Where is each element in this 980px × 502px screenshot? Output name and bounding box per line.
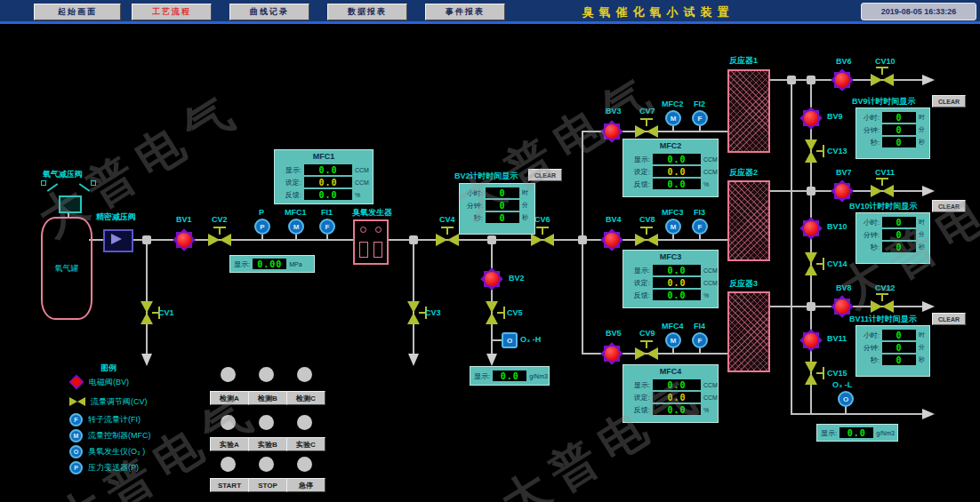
valve-cv5[interactable]	[486, 301, 498, 324]
nav-start-screen[interactable]: 起始画面	[34, 4, 121, 20]
ozone-dot	[375, 227, 382, 233]
row-unit: CCM	[703, 169, 718, 175]
detect-b-button[interactable]: 检测B	[248, 391, 287, 405]
valve-ball	[485, 272, 499, 286]
indicator-estop	[297, 457, 312, 472]
o2-tank-label: 氧气罐	[55, 263, 79, 275]
valve-cv9[interactable]	[635, 347, 658, 360]
valve-label-bv7: BV7	[836, 168, 852, 177]
setpoint-input[interactable]: 0.0	[653, 392, 701, 402]
valve-ball	[835, 73, 849, 87]
valve-bv2[interactable]	[480, 267, 503, 291]
row-unit: CCM	[703, 382, 718, 388]
setpoint-input[interactable]: 0.0	[304, 177, 352, 187]
mfc3-panel: MFC3 显示:0.0CCM 设定:0.0CCM 反馈:0.0%	[623, 250, 719, 308]
value-display: 0.0	[653, 265, 701, 275]
pipe-tee	[807, 76, 815, 84]
row-label: 小时:	[860, 218, 880, 227]
nav-curve-record[interactable]: 曲线记录	[229, 4, 309, 20]
valve-cv7[interactable]	[635, 125, 658, 138]
flow-arrow-right	[922, 301, 935, 312]
row-label: 分钟:	[860, 230, 880, 240]
bv2-timer-clear-button[interactable]: CLEAR	[528, 169, 562, 181]
row-unit: 时	[919, 331, 925, 339]
valve-cv4[interactable]	[436, 234, 459, 246]
bv10-timer-clear-button[interactable]: CLEAR	[932, 200, 966, 212]
nav-event-report[interactable]: 事件报表	[425, 4, 505, 20]
valve-label-bv6: BV6	[836, 57, 852, 66]
sensor-label-fi1: FI1	[321, 208, 333, 217]
sensor-label-mfc1: MFC1	[285, 208, 307, 217]
valve-cv6[interactable]	[531, 234, 554, 246]
pipe-segment	[491, 240, 493, 354]
flow-arrow-down	[486, 354, 497, 366]
setpoint-input[interactable]: 0.0	[653, 277, 701, 288]
valve-bv4[interactable]	[600, 228, 623, 251]
pipe-tee	[487, 235, 496, 244]
valve-bv9[interactable]	[799, 107, 823, 130]
detect-a-button[interactable]: 检测A	[210, 391, 249, 405]
setpoint-input[interactable]: 0.0	[653, 166, 701, 177]
valve-cv11[interactable]	[871, 185, 894, 197]
mfc1-icon: M	[288, 219, 304, 235]
ozone-analyzer-icon: O	[69, 445, 83, 458]
bv11-timer-clear-button[interactable]: CLEAR	[932, 313, 966, 325]
nav-process-flow[interactable]: 工艺流程	[132, 4, 212, 20]
row-label: 设定:	[627, 393, 650, 402]
experiment-c-button[interactable]: 实验C	[286, 437, 325, 451]
o2-regulator-icon	[59, 195, 82, 213]
valve-cv12[interactable]	[871, 300, 894, 313]
value-display: 0	[882, 229, 916, 240]
valve-label-cv13: CV13	[827, 147, 847, 155]
bv2-timer-panel: 小时:0时 分钟:0分 秒:0秒	[459, 183, 535, 235]
precision-regulator-icon	[103, 229, 133, 252]
start-button[interactable]: START	[210, 478, 249, 492]
valve-bv10[interactable]	[799, 217, 823, 240]
o3-low-value: 0.0	[839, 427, 873, 438]
valve-cv10[interactable]	[871, 74, 894, 86]
valve-cv14[interactable]	[805, 252, 817, 275]
display-unit: g/Nm3	[529, 373, 548, 379]
value-display: 0	[882, 112, 916, 123]
valve-label-cv4: CV4	[439, 215, 455, 224]
valve-bv11[interactable]	[799, 329, 823, 352]
valve-bv5[interactable]	[600, 342, 623, 365]
bv11-timer-panel: 小时:0时 分钟:0分 秒:0秒	[855, 325, 930, 377]
regulator-antenna-dot	[41, 180, 46, 186]
valve-bv1[interactable]	[173, 228, 196, 251]
valve-bv3[interactable]	[600, 120, 623, 143]
flow-arrow-down	[408, 354, 419, 366]
sensor-label-fi2: FI2	[694, 100, 705, 108]
valve-cv1[interactable]	[141, 301, 153, 324]
bv9-timer-panel: 小时:0时 分钟:0分 秒:0秒	[855, 108, 930, 159]
row-unit: %	[703, 292, 709, 299]
valve-bv6[interactable]	[831, 68, 854, 92]
indicator-detect-a	[221, 367, 236, 382]
row-unit: 分	[919, 125, 925, 134]
experiment-b-button[interactable]: 实验B	[248, 437, 287, 451]
valve-cv15[interactable]	[805, 362, 817, 385]
valve-bv7[interactable]	[831, 179, 854, 203]
valve-cv8[interactable]	[635, 234, 658, 246]
experiment-a-button[interactable]: 实验A	[210, 437, 249, 451]
nav-data-report[interactable]: 数据报表	[327, 4, 407, 20]
valve-ball	[804, 221, 818, 235]
row-label: 设定:	[278, 178, 301, 187]
bv9-timer-clear-button[interactable]: CLEAR	[932, 95, 966, 108]
row-unit: 秒	[919, 138, 925, 147]
valve-cv2[interactable]	[208, 234, 231, 246]
pipe-tee	[807, 187, 815, 195]
row-label: 反馈:	[627, 179, 650, 189]
regulator-antenna-dot	[91, 180, 96, 186]
precision-regulator-label: 精密减压阀	[96, 211, 136, 223]
estop-button[interactable]: 急停	[286, 478, 325, 492]
row-label: 小时:	[463, 188, 483, 198]
stop-button[interactable]: STOP	[248, 478, 287, 492]
valve-cv13[interactable]	[805, 139, 817, 163]
row-label: 分钟:	[860, 343, 880, 353]
indicator-detect-c	[297, 367, 312, 382]
row-label: 设定:	[627, 167, 650, 177]
row-label: 分钟:	[463, 201, 483, 211]
valve-cv3[interactable]	[407, 301, 420, 324]
detect-c-button[interactable]: 检测C	[286, 391, 325, 405]
